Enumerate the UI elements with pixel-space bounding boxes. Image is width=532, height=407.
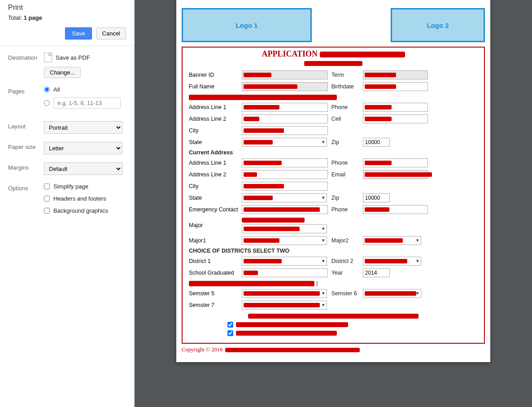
term-label: Term xyxy=(330,69,361,81)
page-preview: Logo 1 Logo 2 APPLICATION Banner ID Term xyxy=(176,0,490,362)
divider xyxy=(0,46,134,46)
redacted-bar xyxy=(242,218,305,223)
application-table: Banner ID Term Full Name Birthdate Addre… xyxy=(187,69,480,320)
district1-select xyxy=(242,257,327,266)
layout-select[interactable]: Portrait xyxy=(44,121,122,134)
paren-text: ) xyxy=(316,280,318,286)
curr-addr2-field xyxy=(242,170,328,179)
curr-phone-field xyxy=(363,158,428,167)
redacted-bar xyxy=(320,52,405,57)
major1-label: Major1 xyxy=(187,235,240,246)
district2-select xyxy=(363,257,421,266)
simplify-page-label: Simplify page xyxy=(53,183,88,190)
copyright-text: Copyright © 2016 xyxy=(182,346,222,353)
emerg-phone-label: Phone xyxy=(330,204,361,215)
pages-range-input[interactable] xyxy=(53,97,121,109)
headers-footers-checkbox[interactable] xyxy=(44,196,50,201)
banner-id-field xyxy=(242,70,328,79)
print-sidebar: Print Total: 1 page Save Cancel Destinat… xyxy=(0,0,135,407)
district2-label: District 2 xyxy=(330,255,361,267)
agreement-checkbox-1 xyxy=(227,322,233,328)
semester7-select xyxy=(242,301,327,310)
destination-label: Destination xyxy=(8,53,44,61)
cancel-button[interactable]: Cancel xyxy=(96,27,126,39)
headers-footers-label: Headers and footers xyxy=(53,195,106,202)
addr1-label: Address Line 1 xyxy=(187,101,240,113)
major2-select xyxy=(363,236,421,245)
curr-state-label: State xyxy=(187,192,240,204)
city-field xyxy=(242,126,328,135)
curr-zip-field: 10000 xyxy=(363,193,390,202)
application-form-box: APPLICATION Banner ID Term Full Name Bir… xyxy=(182,47,485,344)
cell-label: Cell xyxy=(330,113,361,125)
current-address-header: Current Address xyxy=(187,148,480,157)
margins-label: Margins xyxy=(8,162,44,171)
destination-value: Save as PDF xyxy=(56,54,90,61)
year-label: Year xyxy=(330,267,361,279)
semester6-label: Semster 6 xyxy=(330,288,361,299)
redacted-bar xyxy=(248,314,419,319)
phone-label: Phone xyxy=(330,101,361,113)
choice-districts-header: CHOICE OF DISTRICTS SELECT TWO xyxy=(187,246,480,255)
logo-1: Logo 1 xyxy=(182,8,312,42)
curr-city-label: City xyxy=(187,180,240,192)
school-graduated-label: School Graduated xyxy=(187,267,240,279)
emergency-contact-field xyxy=(242,205,328,214)
state-select xyxy=(242,138,327,147)
birthdate-label: Birthdate xyxy=(330,81,361,92)
semester7-label: Semster 7 xyxy=(187,299,240,311)
pages-all-label: All xyxy=(53,86,60,93)
major1-select xyxy=(242,236,327,245)
change-destination-button[interactable]: Change... xyxy=(44,67,81,78)
paper-size-select[interactable]: Letter xyxy=(44,142,122,154)
margins-select[interactable]: Default xyxy=(44,162,122,175)
curr-state-select xyxy=(242,193,327,202)
city-label: City xyxy=(187,125,240,136)
addr2-field xyxy=(242,114,328,123)
school-graduated-field xyxy=(242,268,328,277)
background-graphics-label: Background graphics xyxy=(53,207,108,214)
pages-label: Pages xyxy=(8,86,44,95)
semester6-select xyxy=(363,289,421,298)
full-name-label: Full Name xyxy=(187,81,240,92)
pages-all-radio[interactable] xyxy=(44,87,50,92)
cell-field xyxy=(363,114,428,123)
background-graphics-checkbox[interactable] xyxy=(44,208,50,214)
curr-zip-label: Zip xyxy=(330,192,361,204)
total-prefix: Total: xyxy=(8,14,24,21)
district1-label: District 1 xyxy=(187,255,240,267)
term-field xyxy=(363,70,428,79)
major-label: Major xyxy=(187,215,240,235)
major2-label: Major2 xyxy=(330,235,361,246)
pdf-icon xyxy=(44,53,52,62)
email-field xyxy=(363,170,428,179)
full-name-field xyxy=(242,82,328,91)
curr-city-field xyxy=(242,182,328,191)
addr2-label: Address Line 2 xyxy=(187,113,240,125)
curr-addr1-label: Address Line 1 xyxy=(187,157,240,169)
year-field: 2014 xyxy=(363,268,390,277)
logo-2: Logo 2 xyxy=(391,8,485,42)
preview-area: Logo 1 Logo 2 APPLICATION Banner ID Term xyxy=(135,0,532,407)
total-value: 1 page xyxy=(24,14,42,21)
semester5-select xyxy=(242,289,327,298)
birthdate-field xyxy=(363,82,428,91)
save-button[interactable]: Save xyxy=(65,27,92,39)
pages-range-radio[interactable] xyxy=(44,100,50,106)
email-label: Email xyxy=(330,169,361,180)
page-total: Total: 1 page xyxy=(8,14,126,21)
zip-field: 10000 xyxy=(363,138,390,147)
simplify-page-checkbox[interactable] xyxy=(44,184,50,189)
curr-phone-label: Phone xyxy=(330,157,361,169)
redacted-bar xyxy=(304,61,362,66)
layout-label: Layout xyxy=(8,121,44,130)
application-title-text: APPLICATION xyxy=(262,49,318,58)
redacted-bar xyxy=(236,322,348,327)
state-label: State xyxy=(187,136,240,148)
options-label: Options xyxy=(8,183,44,192)
redacted-bar xyxy=(236,331,337,336)
banner-id-label: Banner ID xyxy=(187,69,240,81)
redacted-bar xyxy=(225,348,360,352)
curr-addr1-field xyxy=(242,158,328,167)
emergency-contact-label: Emergency Contact xyxy=(187,204,240,215)
